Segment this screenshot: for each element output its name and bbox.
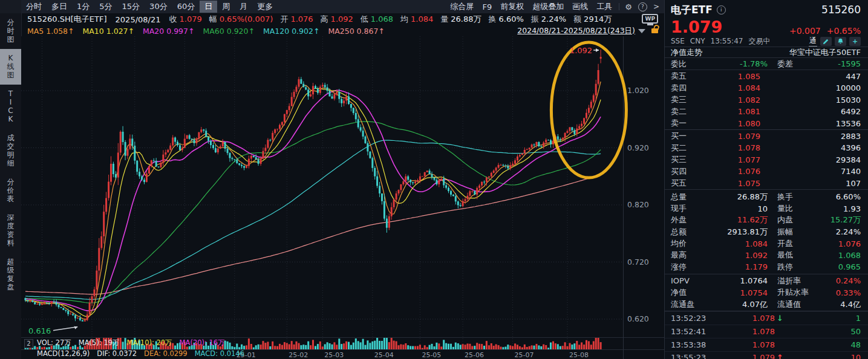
sidebar-item-K线图[interactable]: K线图 [0, 49, 21, 85]
weicha-label: 委差 [777, 59, 823, 70]
ask-row-5[interactable]: 卖一1.08013536 [665, 118, 868, 130]
unlock-icon[interactable] [651, 28, 658, 33]
bid-row-2[interactable]: 买二1.0784396 [665, 142, 868, 154]
period-tab-月[interactable]: 月 [235, 1, 252, 13]
ma-value-MA5: MA5 1.058↑ [27, 27, 74, 36]
toolbar-button-前复权[interactable]: 前复权 [497, 1, 527, 13]
period-tab-15分[interactable]: 15分 [117, 1, 145, 13]
ma-value-MA60: MA60 0.920↑ [203, 27, 255, 36]
svg-text:1.092: 1.092 [570, 46, 592, 55]
iopv-row: 流通盘4.07亿流通值4.4亿 [665, 299, 868, 310]
gear-icon[interactable]: ⚙ [622, 2, 635, 11]
bid-row-1[interactable]: 买一1.0792883 [665, 130, 868, 142]
svg-text:25-07: 25-07 [515, 351, 534, 359]
period-tab-60分[interactable]: 60分 [172, 1, 200, 13]
toolbar-button-F9[interactable]: F9 [479, 2, 496, 12]
svg-text:25-05: 25-05 [422, 351, 441, 359]
tick-row-4[interactable]: 13:55:231.079↑10 [665, 351, 868, 359]
ask-row-4[interactable]: 卖二1.0816492 [665, 106, 868, 118]
field-幅: 幅0.65%(0.007) [209, 14, 273, 25]
sidebar-item-TICK[interactable]: TICK [0, 85, 21, 129]
ask-row-3[interactable]: 卖三1.08215030 [665, 94, 868, 106]
ask-row-1[interactable]: 卖五1.085447 [665, 70, 868, 82]
help-icon[interactable]: ? [638, 2, 647, 11]
nav-trend-tab[interactable]: 净值走势 [671, 47, 702, 58]
field-高: 高1.092 [321, 14, 353, 25]
period-tab-多日[interactable]: 多日 [47, 1, 72, 13]
ma-value-MA20: MA20 0.997↑ [143, 27, 194, 36]
tick-row-2[interactable]: 13:52:411.07850 [665, 325, 868, 338]
info-icon[interactable]: i [717, 5, 726, 15]
weibi-label: 委比 [671, 59, 705, 70]
alert-bell-icon[interactable] [835, 37, 846, 46]
period-tab-日[interactable]: 日 [200, 1, 217, 13]
ohlc-fields: 收1.079幅0.65%(0.007)开1.076高1.092低1.068均1.… [169, 14, 619, 25]
bid-row-4[interactable]: 买四1.0767140 [665, 166, 868, 178]
wp-monitor-icon[interactable]: WP [642, 14, 658, 24]
svg-text:25-06: 25-06 [465, 351, 484, 359]
period-tab-1分[interactable]: 1分 [72, 1, 94, 13]
toolbar-right: 综合屏F9前复权超级叠加画线工具⚙?> [447, 1, 664, 13]
date-range-selector[interactable]: 2024/08/21-2025/08/21(243日) [517, 26, 635, 36]
edit-icon[interactable] [820, 37, 832, 46]
date-label: 2025/08/21 [116, 15, 161, 24]
price-change: +0.007 [789, 26, 821, 36]
add-icon[interactable]: + [849, 37, 861, 46]
kline-chart[interactable]: 1.0200.9200.8200.7200.62025-0125-0225-03… [21, 36, 664, 359]
last-price: 1.079 [671, 19, 722, 36]
stock-code: 515260 [821, 4, 861, 16]
price-change-pct: +0.65% [827, 26, 861, 36]
field-量: 量26.88万 [440, 14, 481, 25]
period-tab-分时[interactable]: 分时 [21, 1, 47, 13]
iopv-row: IOPV1.0764溢折率0.24% [665, 275, 868, 286]
ma-bar: MA5 1.058↑MA10 1.027↑MA20 0.997↑MA60 0.9… [21, 25, 664, 36]
hugangtong-badge: 通 [809, 36, 817, 47]
stat-row: 总量26.88万换手6.60% [665, 191, 868, 202]
field-额: 额2914万 [573, 14, 612, 25]
period-tab-5分[interactable]: 5分 [94, 1, 117, 13]
sidebar-item-分时图[interactable]: 分时图 [0, 13, 21, 49]
volume-pane-number: 2 [24, 339, 33, 348]
ask-row-2[interactable]: 卖四1.08410000 [665, 82, 868, 94]
quote-panel: 电子ETF i 515260 1.079 +0.007 +0.65% SSE C… [664, 0, 868, 359]
chevron-down-icon[interactable] [638, 29, 645, 33]
sidebar-item-分价表[interactable]: 分价表 [0, 173, 21, 209]
weibi-value: -1.78% [705, 59, 768, 68]
ma-value-MA250: MA250 0.867↑ [328, 27, 384, 36]
svg-text:1.020: 1.020 [627, 86, 649, 95]
ask-levels: 卖五1.085447卖四1.08410000卖三1.08215030卖二1.08… [665, 70, 868, 129]
toolbar-button-画线[interactable]: 画线 [569, 1, 592, 13]
toolbar-button-超级叠加[interactable]: 超级叠加 [529, 1, 567, 13]
period-tab-30分[interactable]: 30分 [145, 1, 172, 13]
stock-trading-app: 分时多日1分5分15分30分60分日周月更多 综合屏F9前复权超级叠加画线工具⚙… [0, 0, 868, 359]
field-振: 振2.24% [531, 14, 566, 25]
stat-row: 均价1.084开盘1.076 [665, 238, 868, 249]
ma-value-MA10: MA10 1.027↑ [83, 27, 134, 36]
tick-row-1[interactable]: 13:52:231.078↓1 [665, 311, 868, 325]
toolbar-button-工具[interactable]: 工具 [593, 1, 616, 13]
corner-spacer [0, 0, 21, 13]
info-bar: 515260.SH[电子ETF] 2025/08/21 收1.079幅0.65%… [21, 13, 664, 25]
svg-text:25-04: 25-04 [374, 351, 394, 359]
sidebar-item-成交明细[interactable]: 成交明细 [0, 129, 21, 173]
bid-row-5[interactable]: 买五1.075107 [665, 178, 868, 190]
period-tab-周[interactable]: 周 [217, 1, 235, 13]
stat-row: 总额2913.81万振幅2.24% [665, 226, 868, 238]
period-toolbar: 分时多日1分5分15分30分60分日周月更多 综合屏F9前复权超级叠加画线工具⚙… [21, 0, 664, 13]
bid-levels: 买一1.0792883买二1.0784396买三1.07729384买四1.07… [665, 130, 868, 189]
period-tab-更多[interactable]: 更多 [252, 1, 278, 13]
nav-tabs-row[interactable]: 净值走势 华宝中证电子50ETF [665, 47, 868, 57]
divider [619, 3, 619, 10]
svg-text:0.920: 0.920 [627, 143, 649, 152]
svg-text:25-02: 25-02 [289, 351, 308, 359]
stat-row: 涨停1.179跌停0.965 [665, 261, 868, 273]
iopv-row: 净值1.0754升贴水率0.33% [665, 287, 868, 299]
tick-row-3[interactable]: 13:53:381.07848 [665, 338, 868, 351]
volume-legend: VOL: 27万MA(5): 19万MA(10): 20万MA(20): 16万 [37, 338, 225, 348]
chevron-right-icon[interactable]: > [651, 2, 662, 11]
sidebar-item-深度资料[interactable]: 深度资料 [0, 209, 21, 253]
toolbar-button-综合屏[interactable]: 综合屏 [447, 1, 478, 13]
bid-row-3[interactable]: 买三1.07729384 [665, 154, 868, 166]
sidebar-item-超级复盘[interactable]: 超级复盘 [0, 253, 21, 297]
svg-text:0.620: 0.620 [627, 314, 649, 323]
